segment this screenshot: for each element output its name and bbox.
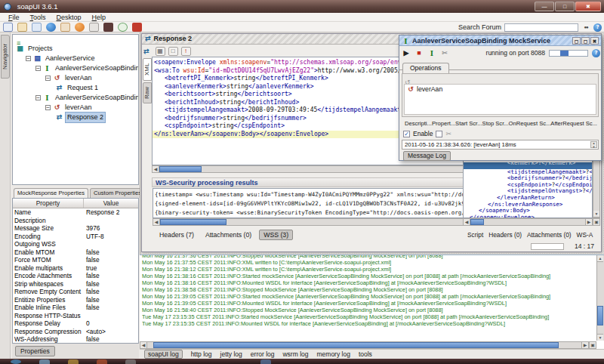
tab-operations[interactable]: Operations	[402, 63, 449, 74]
format-xml-button[interactable]: ▦	[156, 47, 165, 56]
log-vscrollbar[interactable]: ▲ ▼	[596, 255, 604, 341]
tab-start-scr[interactable]: Start Scr...	[455, 120, 482, 127]
tab-wsrm-log[interactable]: wsrm log	[282, 350, 308, 358]
maximize-button[interactable]: □	[555, 2, 575, 11]
property-row[interactable]: EncodingUTF-8	[13, 233, 138, 241]
tab-soapui-log[interactable]: soapUI log	[144, 350, 183, 359]
help-icon[interactable]: ?	[593, 23, 602, 32]
property-row[interactable]: Message Size3976	[13, 224, 138, 233]
scroll-left-icon[interactable]: ◀	[152, 165, 159, 173]
menu-item-desktop[interactable]: Desktop	[51, 13, 87, 22]
tab-afterrequest-sc[interactable]: AfterRequest Sc...	[550, 120, 597, 127]
tab-attachments-0[interactable]: Attachments (0)	[202, 230, 255, 239]
properties-table[interactable]: Property Value NameResponse 2Description…	[12, 198, 139, 344]
validate-button[interactable]: !	[181, 47, 191, 56]
stop-mockservice-icon[interactable]: ■	[414, 48, 424, 57]
hscroll-thumb[interactable]	[159, 166, 202, 172]
tree-item-aanleverservice[interactable]: −▤AanleverService	[13, 54, 138, 63]
operations-list[interactable]: ↺ leverAan	[404, 84, 596, 115]
hscroll-thumb[interactable]	[470, 219, 484, 225]
tab-wss-3[interactable]: WSS (3)	[259, 230, 293, 240]
monitor-icon[interactable]	[118, 23, 128, 32]
tab-headers-7[interactable]: Headers (7)	[156, 230, 198, 239]
minimize-button[interactable]: —	[535, 2, 554, 11]
tree-collapse-icon[interactable]: −	[35, 95, 41, 100]
property-row[interactable]: NameResponse 2	[13, 208, 138, 217]
response-editor-hscrollbar[interactable]: ◀ ▶ ▣	[463, 218, 600, 226]
tab-xml[interactable]: XML	[143, 58, 152, 81]
tree-collapse-icon[interactable]: −	[45, 105, 51, 110]
scroll-down-icon[interactable]: ▼	[593, 211, 599, 217]
menu-item-help[interactable]: Help	[87, 13, 112, 22]
tab-tools[interactable]: tools	[359, 350, 372, 358]
log-options-icon[interactable]: ✂	[445, 130, 451, 137]
close-window-icon[interactable]: ✖	[590, 37, 599, 45]
tab-stop-scr[interactable]: Stop Scr...	[482, 120, 509, 127]
property-row[interactable]: Encode Attachmentsfalse	[13, 272, 138, 280]
forum-icon[interactable]	[46, 23, 56, 32]
menu-item-tools[interactable]: Tools	[25, 13, 51, 22]
tab-script[interactable]: Script	[467, 231, 483, 239]
tree-item-request-1[interactable]: ⇄Request 1	[13, 83, 138, 93]
scroll-right-icon[interactable]: ▶	[581, 341, 589, 349]
scroll-up-icon[interactable]: ▲	[597, 255, 603, 262]
message-log-button[interactable]: Message Log	[403, 151, 451, 161]
scroll-left-icon[interactable]: ◀	[140, 341, 147, 349]
tree-item-leveraan[interactable]: −↺leverAan	[13, 103, 138, 113]
search-icon[interactable]: ●●	[581, 23, 590, 31]
enable-checkbox[interactable]: ✓	[403, 131, 410, 137]
property-row[interactable]: Response Compression<auto>	[13, 328, 138, 336]
navigator-tab[interactable]: Navigator	[1, 35, 10, 79]
menu-item-file[interactable]: File	[3, 13, 25, 22]
save-all-icon[interactable]	[32, 23, 42, 32]
exit-icon[interactable]	[132, 23, 142, 32]
new-project-icon[interactable]	[3, 23, 13, 32]
hscroll-thumb[interactable]	[160, 219, 226, 225]
tab-ws-a[interactable]: WS-A	[577, 231, 593, 239]
tab-headers-0[interactable]: Headers (0)	[488, 231, 522, 239]
property-row[interactable]: Enable MTOMfalse	[13, 248, 138, 257]
mockservice-titlebar[interactable]: I AanleverServiceSoapBinding MockService…	[399, 35, 601, 46]
search-forum-input[interactable]	[504, 23, 578, 32]
property-row[interactable]: Strip whitespacesfalse	[13, 280, 138, 288]
community-icon[interactable]	[60, 23, 70, 32]
tree-collapse-icon[interactable]: −	[26, 56, 31, 61]
property-row[interactable]: Enable multipartstrue	[13, 264, 138, 273]
help-icon[interactable]: ?	[592, 49, 600, 57]
show-wsdl-icon[interactable]: I	[427, 48, 436, 57]
property-row[interactable]: Description	[13, 217, 138, 225]
update-icon[interactable]	[75, 23, 85, 32]
tab-error-log[interactable]: error log	[251, 350, 275, 358]
spinner-icon[interactable]: ▲▼	[590, 141, 597, 148]
tree-collapse-icon[interactable]: −	[45, 76, 51, 81]
tree-item-leveraan[interactable]: −↺leverAan	[13, 73, 138, 83]
property-row[interactable]: Enable Inline Filesfalse	[13, 304, 138, 312]
property-row[interactable]: Outgoing WSS	[13, 240, 138, 248]
run-mockservice-icon[interactable]: ▶	[402, 48, 411, 57]
tree-item-aanleverservicesoapbinding-mockservice[interactable]: −IAanleverServiceSoapBinding MockService	[13, 93, 138, 103]
scroll-right-icon[interactable]: ▶	[585, 218, 593, 226]
scroll-left-icon[interactable]: ◀	[463, 218, 470, 226]
outline-button[interactable]: □	[168, 47, 178, 56]
tab-jetty-log[interactable]: jetty log	[220, 350, 242, 358]
proxy-icon[interactable]	[103, 23, 113, 32]
navigator-tree[interactable]: ≡ ▦Projects−▤AanleverService−IAanleverSe…	[12, 34, 139, 185]
hscroll-thumb[interactable]	[153, 342, 559, 348]
options-icon[interactable]: ✂	[440, 48, 449, 57]
tab-memory-log[interactable]: memory log	[317, 350, 350, 358]
log-hscrollbar[interactable]: ◀ ▶ ▣	[140, 341, 596, 349]
scroll-down-icon[interactable]: ▼	[597, 334, 603, 341]
log-lines[interactable]: Mon May 16 21:37:36 CEST 2011:INFO:Stopp…	[142, 255, 595, 340]
property-row[interactable]: Response Delay0	[13, 319, 138, 328]
property-row[interactable]: Entitize Propertiesfalse	[13, 296, 138, 304]
tab-raw[interactable]: Raw	[143, 82, 152, 103]
maximize-window-icon[interactable]: ◻	[581, 37, 590, 45]
property-row[interactable]: Remove Empty Contentfalse	[13, 288, 138, 296]
tab-onrequest-sc[interactable]: OnRequest Sc...	[509, 120, 551, 127]
vscroll-thumb[interactable]	[597, 306, 603, 325]
tab-mockresponse-properties[interactable]: MockResponse Properties	[14, 188, 88, 198]
mockservice-log-entry-box[interactable]: 2011-05-16 21:38:34.626: [leverAan] 18ms…	[402, 140, 599, 150]
properties-panel-button[interactable]: Properties	[15, 346, 55, 356]
tree-collapse-icon[interactable]: −	[35, 66, 41, 71]
tab-custom-properties[interactable]: Custom Properties	[90, 188, 145, 198]
